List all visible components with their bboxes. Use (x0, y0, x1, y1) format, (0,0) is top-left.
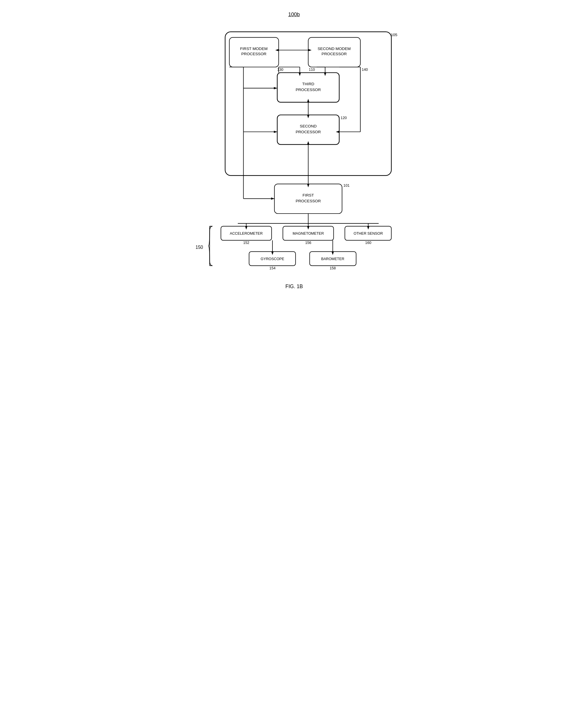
baro-label: BAROMETER (321, 257, 344, 261)
label-101: 101 (343, 184, 349, 188)
arrow-first-modem-down (298, 72, 301, 76)
second-proc-label: SECOND (300, 124, 317, 128)
arrow-third-up (307, 99, 309, 102)
label-158: 158 (330, 266, 336, 270)
label-130: 130 (277, 68, 283, 72)
label-152: 152 (243, 241, 249, 245)
first-modem-label: FIRST MODEM (240, 46, 267, 51)
gyro-label: GYROSCOPE (260, 257, 284, 261)
second-modem-label: SECOND MODEM (318, 46, 351, 51)
label-105: 105 (391, 33, 397, 37)
arrow-to-gyro (271, 252, 274, 255)
diagram-title: 100b (182, 12, 407, 18)
page-container: 100b 105 FIRST MODEM PROCESSOR 130 SECON… (176, 6, 413, 308)
arrow-sec-up (307, 141, 309, 145)
label-154: 154 (269, 266, 275, 270)
arrow-to-other (367, 226, 369, 230)
second-modem-label2: PROCESSOR (321, 52, 346, 56)
arrow-second-modem-down (324, 72, 326, 76)
arrow-to-baro (331, 252, 334, 255)
first-proc-label2: PROCESSOR (296, 199, 321, 203)
label-160: 160 (365, 241, 371, 245)
label-120: 120 (340, 116, 346, 120)
arrow-modem-left (275, 49, 278, 51)
brace-150 (208, 226, 212, 266)
arrow-left-to-third (274, 87, 277, 89)
arrow-modem-right (308, 49, 312, 51)
arrow-to-mag (307, 226, 309, 230)
arrow-first-down (307, 184, 309, 188)
label-150: 150 (195, 245, 203, 250)
third-proc-label: THIRD (302, 82, 314, 86)
label-110: 110 (309, 68, 315, 72)
first-proc-label: FIRST (302, 193, 314, 197)
other-sensor-label: OTHER SENSOR (353, 231, 382, 235)
first-modem-label2: PROCESSOR (241, 52, 266, 56)
accel-label: ACCELEROMETER (230, 231, 262, 235)
mag-label: MAGNETOMETER (292, 231, 323, 235)
arrow-right-to-second (336, 131, 339, 133)
label-156: 156 (305, 241, 311, 245)
arrow-second-down (307, 115, 309, 119)
main-diagram-svg: 105 FIRST MODEM PROCESSOR 130 SECOND MOD… (182, 21, 407, 302)
arrow-to-accel (245, 226, 247, 230)
label-140: 140 (362, 68, 368, 72)
arrow-left-to-first (271, 197, 274, 200)
third-proc-label2: PROCESSOR (296, 88, 321, 92)
fig-caption: FIG. 1B (285, 284, 302, 289)
diagram-wrapper: 105 FIRST MODEM PROCESSOR 130 SECOND MOD… (182, 21, 407, 302)
second-proc-label2: PROCESSOR (296, 130, 321, 134)
arrow-left-to-second (274, 131, 277, 133)
